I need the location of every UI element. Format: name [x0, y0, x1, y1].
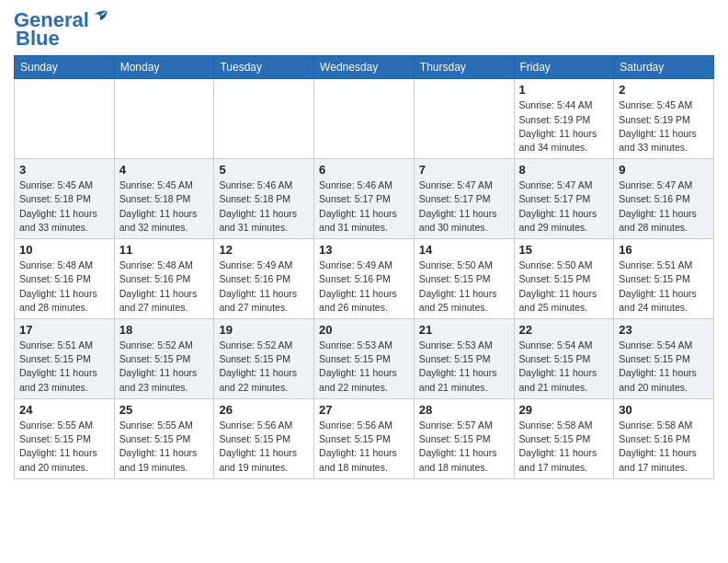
day-number: 8: [519, 163, 609, 177]
day-number: 17: [19, 323, 109, 337]
day-info: Sunrise: 5:55 AM Sunset: 5:15 PM Dayligh…: [19, 419, 109, 475]
day-info: Sunrise: 5:58 AM Sunset: 5:15 PM Dayligh…: [519, 419, 609, 475]
weekday-header-monday: Monday: [114, 56, 214, 79]
calendar-cell: [414, 79, 514, 159]
logo-bird-icon: [91, 9, 109, 24]
day-number: 30: [619, 403, 709, 417]
calendar-cell: 16Sunrise: 5:51 AM Sunset: 5:15 PM Dayli…: [614, 239, 714, 319]
calendar-cell: [15, 79, 115, 159]
calendar-cell: 4Sunrise: 5:45 AM Sunset: 5:18 PM Daylig…: [114, 159, 214, 239]
day-info: Sunrise: 5:48 AM Sunset: 5:16 PM Dayligh…: [119, 259, 210, 315]
day-number: 25: [119, 403, 210, 417]
calendar-cell: 30Sunrise: 5:58 AM Sunset: 5:16 PM Dayli…: [614, 398, 714, 478]
calendar-cell: 2Sunrise: 5:45 AM Sunset: 5:19 PM Daylig…: [614, 79, 714, 159]
day-info: Sunrise: 5:53 AM Sunset: 5:15 PM Dayligh…: [419, 339, 509, 395]
weekday-header-tuesday: Tuesday: [214, 56, 314, 79]
calendar-cell: [114, 79, 214, 159]
day-number: 16: [619, 243, 709, 257]
day-info: Sunrise: 5:47 AM Sunset: 5:17 PM Dayligh…: [419, 178, 509, 235]
day-info: Sunrise: 5:56 AM Sunset: 5:15 PM Dayligh…: [319, 419, 409, 475]
day-number: 9: [619, 163, 709, 177]
day-number: 7: [419, 163, 509, 177]
day-info: Sunrise: 5:48 AM Sunset: 5:16 PM Dayligh…: [19, 259, 109, 315]
calendar-cell: 17Sunrise: 5:51 AM Sunset: 5:15 PM Dayli…: [15, 319, 115, 399]
calendar-week-row: 1Sunrise: 5:44 AM Sunset: 5:19 PM Daylig…: [15, 79, 714, 159]
weekday-header-friday: Friday: [514, 56, 614, 79]
day-info: Sunrise: 5:57 AM Sunset: 5:15 PM Dayligh…: [419, 419, 509, 475]
calendar-cell: [214, 79, 314, 159]
calendar-week-row: 24Sunrise: 5:55 AM Sunset: 5:15 PM Dayli…: [15, 398, 714, 478]
day-number: 29: [519, 403, 609, 417]
calendar-cell: 9Sunrise: 5:47 AM Sunset: 5:16 PM Daylig…: [614, 159, 714, 239]
calendar-cell: 3Sunrise: 5:45 AM Sunset: 5:18 PM Daylig…: [15, 159, 115, 239]
day-number: 24: [19, 403, 109, 417]
day-info: Sunrise: 5:45 AM Sunset: 5:18 PM Dayligh…: [19, 178, 109, 235]
weekday-header-wednesday: Wednesday: [314, 56, 415, 79]
day-info: Sunrise: 5:49 AM Sunset: 5:16 PM Dayligh…: [319, 259, 409, 315]
day-info: Sunrise: 5:54 AM Sunset: 5:15 PM Dayligh…: [519, 339, 609, 395]
header: General Blue: [14, 9, 714, 50]
day-info: Sunrise: 5:45 AM Sunset: 5:18 PM Dayligh…: [119, 178, 210, 235]
weekday-header-sunday: Sunday: [15, 56, 115, 79]
day-number: 3: [19, 163, 109, 177]
day-info: Sunrise: 5:46 AM Sunset: 5:18 PM Dayligh…: [219, 178, 309, 235]
day-info: Sunrise: 5:46 AM Sunset: 5:17 PM Dayligh…: [319, 178, 409, 235]
day-number: 1: [519, 83, 609, 97]
day-number: 26: [219, 403, 309, 417]
day-number: 4: [119, 163, 210, 177]
day-info: Sunrise: 5:45 AM Sunset: 5:19 PM Dayligh…: [619, 98, 709, 155]
calendar-cell: 7Sunrise: 5:47 AM Sunset: 5:17 PM Daylig…: [414, 159, 514, 239]
day-number: 22: [519, 323, 609, 337]
day-number: 15: [519, 243, 609, 257]
day-number: 27: [319, 403, 409, 417]
calendar-cell: 23Sunrise: 5:54 AM Sunset: 5:15 PM Dayli…: [614, 319, 714, 399]
day-info: Sunrise: 5:47 AM Sunset: 5:16 PM Dayligh…: [619, 178, 709, 235]
calendar-cell: 8Sunrise: 5:47 AM Sunset: 5:17 PM Daylig…: [514, 159, 614, 239]
logo: General Blue: [14, 9, 109, 50]
day-info: Sunrise: 5:53 AM Sunset: 5:15 PM Dayligh…: [319, 339, 409, 395]
day-number: 11: [119, 243, 210, 257]
day-info: Sunrise: 5:44 AM Sunset: 5:19 PM Dayligh…: [519, 98, 609, 155]
day-info: Sunrise: 5:49 AM Sunset: 5:16 PM Dayligh…: [219, 259, 309, 315]
calendar-cell: 28Sunrise: 5:57 AM Sunset: 5:15 PM Dayli…: [414, 398, 514, 478]
day-info: Sunrise: 5:47 AM Sunset: 5:17 PM Dayligh…: [519, 178, 609, 235]
calendar-cell: 19Sunrise: 5:52 AM Sunset: 5:15 PM Dayli…: [214, 319, 314, 399]
calendar-week-row: 3Sunrise: 5:45 AM Sunset: 5:18 PM Daylig…: [15, 159, 714, 239]
weekday-header-thursday: Thursday: [414, 56, 514, 79]
calendar-cell: 15Sunrise: 5:50 AM Sunset: 5:15 PM Dayli…: [514, 239, 614, 319]
day-info: Sunrise: 5:51 AM Sunset: 5:15 PM Dayligh…: [619, 259, 709, 315]
calendar-cell: [314, 79, 415, 159]
day-number: 23: [619, 323, 709, 337]
calendar-cell: 29Sunrise: 5:58 AM Sunset: 5:15 PM Dayli…: [514, 398, 614, 478]
day-number: 6: [319, 163, 409, 177]
day-info: Sunrise: 5:51 AM Sunset: 5:15 PM Dayligh…: [19, 339, 109, 395]
calendar-cell: 5Sunrise: 5:46 AM Sunset: 5:18 PM Daylig…: [214, 159, 314, 239]
calendar-table: SundayMondayTuesdayWednesdayThursdayFrid…: [14, 55, 714, 478]
day-number: 19: [219, 323, 309, 337]
calendar-cell: 10Sunrise: 5:48 AM Sunset: 5:16 PM Dayli…: [15, 239, 115, 319]
day-info: Sunrise: 5:50 AM Sunset: 5:15 PM Dayligh…: [419, 259, 509, 315]
calendar-week-row: 17Sunrise: 5:51 AM Sunset: 5:15 PM Dayli…: [15, 319, 714, 399]
calendar-week-row: 10Sunrise: 5:48 AM Sunset: 5:16 PM Dayli…: [15, 239, 714, 319]
calendar-cell: 11Sunrise: 5:48 AM Sunset: 5:16 PM Dayli…: [114, 239, 214, 319]
calendar-cell: 6Sunrise: 5:46 AM Sunset: 5:17 PM Daylig…: [314, 159, 415, 239]
day-number: 5: [219, 163, 309, 177]
day-number: 18: [119, 323, 210, 337]
day-number: 20: [319, 323, 409, 337]
day-number: 21: [419, 323, 509, 337]
day-info: Sunrise: 5:54 AM Sunset: 5:15 PM Dayligh…: [619, 339, 709, 395]
day-info: Sunrise: 5:52 AM Sunset: 5:15 PM Dayligh…: [219, 339, 309, 395]
calendar-cell: 26Sunrise: 5:56 AM Sunset: 5:15 PM Dayli…: [214, 398, 314, 478]
calendar-cell: 1Sunrise: 5:44 AM Sunset: 5:19 PM Daylig…: [514, 79, 614, 159]
day-number: 10: [19, 243, 109, 257]
calendar-cell: 12Sunrise: 5:49 AM Sunset: 5:16 PM Dayli…: [214, 239, 314, 319]
calendar-cell: 25Sunrise: 5:55 AM Sunset: 5:15 PM Dayli…: [114, 398, 214, 478]
day-info: Sunrise: 5:58 AM Sunset: 5:16 PM Dayligh…: [619, 419, 709, 475]
day-number: 13: [319, 243, 409, 257]
day-number: 2: [619, 83, 709, 97]
weekday-header-saturday: Saturday: [614, 56, 714, 79]
day-number: 14: [419, 243, 509, 257]
calendar-cell: 22Sunrise: 5:54 AM Sunset: 5:15 PM Dayli…: [514, 319, 614, 399]
calendar-cell: 24Sunrise: 5:55 AM Sunset: 5:15 PM Dayli…: [15, 398, 115, 478]
logo-blue: Blue: [14, 28, 60, 50]
